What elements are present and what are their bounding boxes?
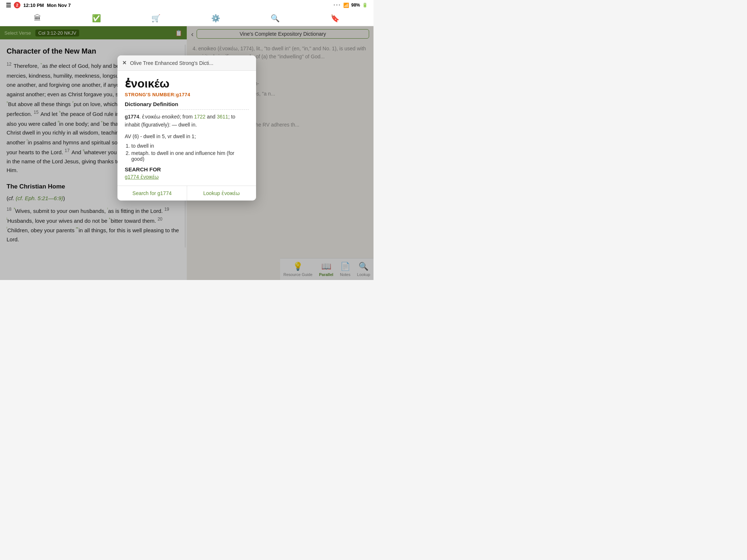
battery-percent: 98% [351, 3, 360, 8]
link-1722[interactable]: 1722 [194, 114, 205, 120]
modal-footer: Search for g1774 Lookup ἐνοικέω [117, 186, 256, 201]
modal-overlay[interactable]: × Olive Tree Enhanced Strong's Dicti... … [0, 26, 374, 280]
dots-menu[interactable]: ··· [333, 1, 341, 9]
greek-word: ἐνοικέω [125, 77, 249, 90]
notification-badge: 2 [14, 2, 20, 8]
modal-header: × Olive Tree Enhanced Strong's Dicti... [117, 55, 256, 71]
dict-def-title: Dictionary Definition [125, 101, 249, 110]
link-3611[interactable]: 3611 [217, 114, 228, 120]
menu-icon[interactable]: ☰ [6, 2, 11, 9]
lookup-greek-button[interactable]: Lookup ἐνοικέω [187, 186, 256, 201]
search-for-title: SEARCH FOR [125, 166, 249, 172]
cart-icon[interactable]: 🛒 [151, 14, 160, 23]
main-layout: Select Verse Col 3:12-20 NKJV 📋 Characte… [0, 26, 374, 280]
def-list-item-2: metaph. to dwell in one and influence hi… [131, 150, 249, 162]
status-date: Mon Nov 7 [47, 3, 71, 8]
search-icon[interactable]: 🔍 [271, 14, 280, 23]
modal-close-button[interactable]: × [123, 59, 127, 67]
dict-def-body: g1774. ἐνοικέω enoikeō; from 1722 and 36… [125, 113, 249, 129]
strongs-ref: g1774 [125, 114, 139, 120]
wifi-icon: 📶 [343, 3, 349, 8]
toolbar: 🏛 ✅ 🛒 ⚙️ 🔍 🔖 [0, 10, 374, 26]
strongs-label: STRONG'S NUMBER: [125, 92, 176, 97]
modal-title: Olive Tree Enhanced Strong's Dicti... [130, 60, 251, 66]
settings-icon[interactable]: ⚙️ [211, 14, 220, 23]
strongs-value: g1774 [176, 92, 190, 97]
def-list-item-1: to dwell in [131, 143, 249, 149]
bookmark-icon[interactable]: 🔖 [330, 14, 340, 23]
status-bar: ☰ 2 12:10 PM Mon Nov 7 ··· 📶 98% 🔋 [0, 0, 374, 10]
modal-body: ἐνοικέω STRONG'S NUMBER:g1774 Dictionary… [117, 71, 256, 186]
av-text: AV (6) - dwell in 5, vr dwell in 1; [125, 133, 249, 139]
library-icon[interactable]: 🏛 [34, 14, 41, 22]
status-time: 12:10 PM [23, 3, 44, 8]
search-terms-text[interactable]: g1774 ἐνοικέω [125, 174, 159, 180]
strongs-number: STRONG'S NUMBER:g1774 [125, 92, 249, 97]
battery-icon: 🔋 [362, 3, 368, 8]
strongs-modal: × Olive Tree Enhanced Strong's Dicti... … [117, 55, 256, 201]
bookmark-check-icon[interactable]: ✅ [92, 14, 101, 23]
search-g1774-button[interactable]: Search for g1774 [117, 186, 187, 201]
search-for-terms: g1774 ἐνοικέω [125, 174, 249, 180]
definition-list: to dwell in metaph. to dwell in one and … [131, 143, 249, 162]
